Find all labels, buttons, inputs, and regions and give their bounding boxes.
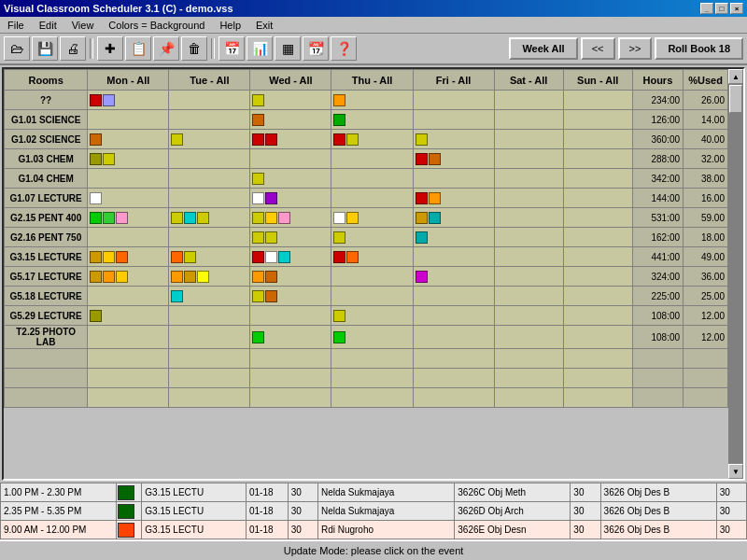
tue-cell[interactable]	[169, 369, 250, 388]
rollbook-button[interactable]: Roll Book 18	[655, 37, 743, 60]
sat-cell[interactable]	[494, 189, 563, 208]
wed-cell[interactable]	[250, 349, 331, 369]
tue-cell[interactable]	[169, 228, 250, 247]
fri-cell[interactable]	[413, 228, 494, 247]
tool-grid[interactable]: ▦	[275, 36, 301, 61]
tue-cell[interactable]	[169, 189, 250, 208]
mon-cell[interactable]	[88, 247, 169, 267]
menu-edit[interactable]: Edit	[34, 19, 63, 32]
table-row[interactable]: G5.18 LECTURE 225:00 25.00	[5, 287, 728, 306]
fri-cell[interactable]	[413, 169, 494, 189]
wed-cell[interactable]	[250, 91, 331, 110]
fri-cell[interactable]	[413, 189, 494, 208]
mon-cell[interactable]	[88, 208, 169, 228]
sat-cell[interactable]	[494, 388, 563, 408]
tue-cell[interactable]	[169, 247, 250, 267]
thu-cell[interactable]	[331, 169, 413, 189]
fri-cell[interactable]	[413, 91, 494, 110]
sun-cell[interactable]	[563, 130, 632, 149]
sun-cell[interactable]	[563, 247, 632, 267]
sat-cell[interactable]	[494, 169, 563, 189]
thu-cell[interactable]	[331, 130, 413, 149]
table-row[interactable]: G1.01 SCIENCE 126:00 14.00	[5, 110, 728, 130]
tue-cell[interactable]	[169, 169, 250, 189]
thu-cell[interactable]	[331, 369, 413, 388]
sat-cell[interactable]	[494, 287, 563, 306]
menu-exit[interactable]: Exit	[250, 19, 278, 32]
sat-cell[interactable]	[494, 130, 563, 149]
week-all-button[interactable]: Week All	[509, 37, 577, 60]
sat-cell[interactable]	[494, 247, 563, 267]
tool-schedule[interactable]: 📆	[303, 36, 329, 61]
table-row[interactable]: G3.15 LECTURE 441:00 49.00	[5, 247, 728, 267]
maximize-button[interactable]: □	[715, 3, 728, 14]
table-row[interactable]: T2.25 PHOTO LAB 108:00 12.00	[5, 326, 728, 349]
info-row[interactable]: 9.00 AM - 12.00 PM G3.15 LECTU 01-18 30 …	[1, 521, 747, 539]
mon-cell[interactable]	[88, 349, 169, 369]
thu-cell[interactable]	[331, 388, 413, 408]
thu-cell[interactable]	[331, 267, 413, 287]
thu-cell[interactable]	[331, 287, 413, 306]
sun-cell[interactable]	[563, 349, 632, 369]
wed-cell[interactable]	[250, 208, 331, 228]
wed-cell[interactable]	[250, 247, 331, 267]
thu-cell[interactable]	[331, 149, 413, 169]
thu-cell[interactable]	[331, 189, 413, 208]
menu-colors[interactable]: Colors = Background	[103, 19, 210, 32]
tool-help[interactable]: ❓	[331, 36, 357, 61]
wed-cell[interactable]	[250, 267, 331, 287]
sat-cell[interactable]	[494, 326, 563, 349]
prev-button[interactable]: <<	[581, 37, 615, 60]
tool-save[interactable]: 💾	[32, 36, 58, 61]
mon-cell[interactable]	[88, 306, 169, 326]
sun-cell[interactable]	[563, 326, 632, 349]
close-button[interactable]: ×	[730, 3, 743, 14]
scroll-up-button[interactable]: ▲	[728, 69, 743, 84]
sun-cell[interactable]	[563, 149, 632, 169]
menu-help[interactable]: Help	[214, 19, 247, 32]
table-row[interactable]: G1.07 LECTURE 144:00 16.00	[5, 189, 728, 208]
thu-cell[interactable]	[331, 91, 413, 110]
fri-cell[interactable]	[413, 287, 494, 306]
fri-cell[interactable]	[413, 369, 494, 388]
table-row[interactable]: G1.03 CHEM 288:00 32.00	[5, 149, 728, 169]
sun-cell[interactable]	[563, 306, 632, 326]
sun-cell[interactable]	[563, 189, 632, 208]
sun-cell[interactable]	[563, 91, 632, 110]
mon-cell[interactable]	[88, 91, 169, 110]
tool-delete[interactable]: 🗑	[181, 36, 207, 61]
sat-cell[interactable]	[494, 91, 563, 110]
mon-cell[interactable]	[88, 369, 169, 388]
thu-cell[interactable]	[331, 349, 413, 369]
mon-cell[interactable]	[88, 169, 169, 189]
menu-view[interactable]: View	[66, 19, 100, 32]
fri-cell[interactable]	[413, 326, 494, 349]
sat-cell[interactable]	[494, 306, 563, 326]
sat-cell[interactable]	[494, 369, 563, 388]
thu-cell[interactable]	[331, 228, 413, 247]
tool-open[interactable]: 🗁	[4, 36, 30, 61]
wed-cell[interactable]	[250, 326, 331, 349]
table-row[interactable]: ?? 234:00 26.00	[5, 91, 728, 110]
wed-cell[interactable]	[250, 189, 331, 208]
minimize-button[interactable]: _	[700, 3, 713, 14]
tue-cell[interactable]	[169, 91, 250, 110]
sun-cell[interactable]	[563, 369, 632, 388]
tue-cell[interactable]	[169, 149, 250, 169]
table-row[interactable]: G5.17 LECTURE 324:00 36.00	[5, 267, 728, 287]
sun-cell[interactable]	[563, 169, 632, 189]
wed-cell[interactable]	[250, 388, 331, 408]
mon-cell[interactable]	[88, 130, 169, 149]
sat-cell[interactable]	[494, 110, 563, 130]
menu-file[interactable]: File	[2, 19, 30, 32]
sat-cell[interactable]	[494, 208, 563, 228]
tue-cell[interactable]	[169, 267, 250, 287]
tue-cell[interactable]	[169, 287, 250, 306]
tool-new[interactable]: ✚	[97, 36, 123, 61]
mon-cell[interactable]	[88, 287, 169, 306]
fri-cell[interactable]	[413, 349, 494, 369]
fri-cell[interactable]	[413, 247, 494, 267]
next-button[interactable]: >>	[618, 37, 653, 60]
tue-cell[interactable]	[169, 326, 250, 349]
sun-cell[interactable]	[563, 208, 632, 228]
